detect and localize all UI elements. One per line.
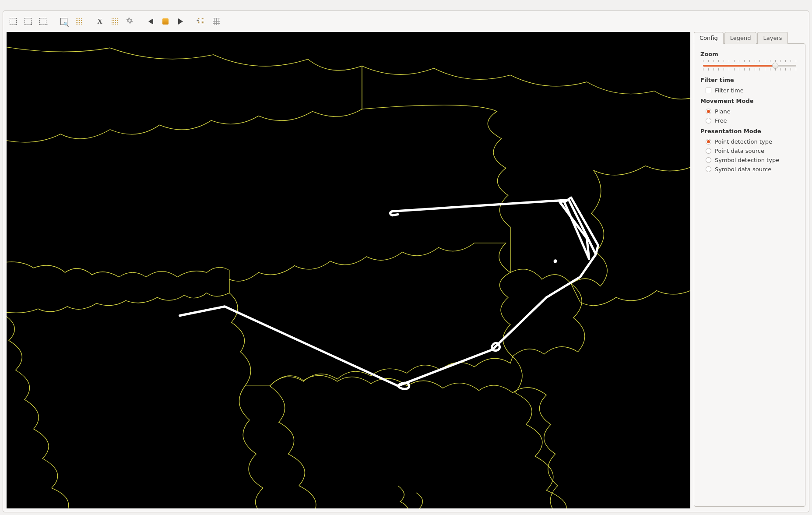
presentation-point-detection[interactable]: Point detection type xyxy=(700,137,799,146)
grid-button[interactable] xyxy=(210,15,223,28)
radio-label: Symbol data source xyxy=(715,166,771,173)
radio-icon xyxy=(706,109,711,114)
presentation-point-source[interactable]: Point data source xyxy=(700,146,799,155)
filter-time-checkbox[interactable]: Filter time xyxy=(700,86,799,95)
movement-mode-free[interactable]: Free xyxy=(700,116,799,125)
tab-config[interactable]: Config xyxy=(694,32,724,44)
checkbox-icon xyxy=(706,88,711,93)
tab-legend[interactable]: Legend xyxy=(724,32,757,44)
clear-x-icon: X xyxy=(97,18,102,25)
radio-icon xyxy=(706,118,711,123)
movement-mode-title: Movement Mode xyxy=(700,98,799,104)
slider-ticks-top xyxy=(703,60,796,62)
scatter-settings-button[interactable] xyxy=(108,15,121,28)
radio-label: Free xyxy=(715,117,727,124)
radio-icon xyxy=(706,166,711,172)
stop-icon xyxy=(162,18,169,25)
select-add-icon: + xyxy=(25,18,32,25)
slider-fill xyxy=(703,65,775,67)
zoom-title: Zoom xyxy=(700,51,799,57)
presentation-symbol-detection[interactable]: Symbol detection type xyxy=(700,155,799,165)
tab-layers[interactable]: Layers xyxy=(757,32,787,44)
content-row: Config Legend Layers Zoom xyxy=(3,32,809,512)
map-canvas[interactable] xyxy=(7,32,690,508)
radio-icon xyxy=(706,148,711,154)
zoom-rect-button[interactable]: 🔍 xyxy=(57,15,70,28)
step-button[interactable]: + xyxy=(195,15,208,28)
stop-button[interactable] xyxy=(159,15,172,28)
filter-time-title: Filter time xyxy=(700,77,799,83)
slider-ticks-bottom xyxy=(703,68,796,71)
presentation-symbol-source[interactable]: Symbol data source xyxy=(700,165,799,174)
radio-icon xyxy=(706,139,711,145)
scatter-button[interactable] xyxy=(72,15,85,28)
zoom-slider[interactable] xyxy=(700,60,799,72)
presentation-mode-title: Presentation Mode xyxy=(700,128,799,134)
select-rect-button[interactable] xyxy=(7,15,20,28)
svg-point-1 xyxy=(554,259,557,263)
previous-icon xyxy=(148,18,153,25)
next-icon xyxy=(178,18,183,25)
application-window: GeographicView3 + − 🔍 X xyxy=(0,11,812,515)
side-tabs: Config Legend Layers xyxy=(694,32,805,44)
grid-icon xyxy=(213,18,220,25)
map-svg xyxy=(7,32,690,508)
radio-label: Point detection type xyxy=(715,138,772,145)
slider-thumb[interactable] xyxy=(772,63,778,69)
scatter-icon xyxy=(75,18,82,25)
main-panel: + − 🔍 X + xyxy=(3,11,809,512)
select-rect-icon xyxy=(10,18,17,25)
radio-label: Symbol detection type xyxy=(715,157,779,163)
previous-button[interactable] xyxy=(144,15,157,28)
toolbar: + − 🔍 X + xyxy=(3,11,809,32)
tab-body-config: Zoom Filter time xyxy=(694,43,805,507)
filter-time-label: Filter time xyxy=(715,87,744,94)
clear-button[interactable]: X xyxy=(93,15,106,28)
select-remove-button[interactable]: − xyxy=(36,15,49,28)
radio-icon xyxy=(706,157,711,163)
side-panel: Config Legend Layers Zoom xyxy=(694,32,805,508)
select-remove-icon: − xyxy=(39,18,46,25)
movement-mode-plane[interactable]: Plane xyxy=(700,107,799,116)
zoom-rect-icon: 🔍 xyxy=(60,18,67,25)
settings-button[interactable] xyxy=(123,15,136,28)
scatter-settings-icon xyxy=(111,18,118,25)
radio-label: Plane xyxy=(715,108,731,115)
step-icon: + xyxy=(198,18,205,25)
gear-icon xyxy=(126,17,133,26)
radio-label: Point data source xyxy=(715,148,764,154)
select-add-button[interactable]: + xyxy=(21,15,35,28)
next-button[interactable] xyxy=(174,15,187,28)
